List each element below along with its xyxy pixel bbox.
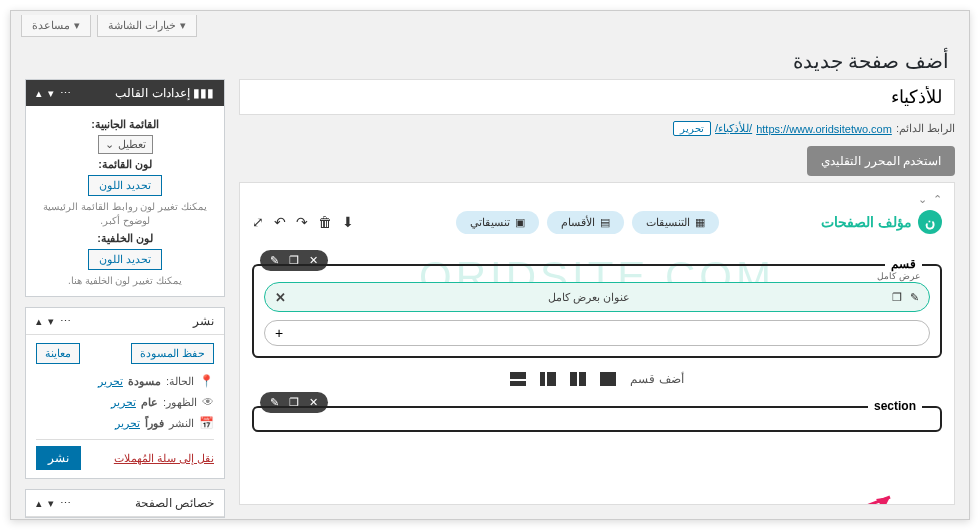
screen-options-tab[interactable]: خيارات الشاشة▾ bbox=[97, 15, 197, 37]
annotation-arrow bbox=[650, 485, 910, 505]
layout-sidebar-icon[interactable] bbox=[540, 372, 556, 386]
pill-my-formats[interactable]: ▣تنسيقاتي bbox=[456, 211, 539, 234]
row-full-width[interactable]: ✎ ❐ عنوان بعرض كامل ✕ bbox=[264, 282, 930, 312]
attrs-toggle-down-icon[interactable]: ▾ bbox=[48, 497, 54, 510]
box-move-icon[interactable]: ⋯ bbox=[60, 87, 71, 100]
box-toggle-down-icon[interactable]: ▾ bbox=[48, 87, 54, 100]
page-attributes-metabox: خصائص الصفحة ▴▾⋯ bbox=[25, 489, 225, 518]
page-title: أضف صفحة جديدة bbox=[11, 41, 969, 79]
visibility-edit-link[interactable]: تحرير bbox=[111, 396, 136, 409]
sidebar-menu-select[interactable]: تعطيل ⌄ bbox=[98, 135, 153, 154]
permalink-base[interactable]: https://www.oridsitetwo.com bbox=[756, 123, 892, 135]
permalink-edit-button[interactable]: تحرير bbox=[673, 121, 711, 136]
expand-icon[interactable]: ⌃ bbox=[933, 193, 942, 206]
permalink-row: الرابط الدائم: https://www.oridsitetwo.c… bbox=[239, 121, 955, 136]
move-to-trash-link[interactable]: نقل إلى سلة المُهملات bbox=[114, 452, 214, 465]
attrs-box-title: خصائص الصفحة bbox=[135, 496, 214, 510]
menu-color-hint: يمكنك تغيير لون روابط القائمة الرئيسية ل… bbox=[36, 200, 214, 228]
bg-color-label: لون الخلفية: bbox=[36, 232, 214, 245]
expand-arrows-icon[interactable]: ⤢ bbox=[252, 214, 264, 230]
add-row-button[interactable]: + bbox=[264, 320, 930, 346]
row-clone-icon[interactable]: ❐ bbox=[892, 291, 902, 304]
menu-color-label: لون القائمة: bbox=[36, 158, 214, 171]
menu-color-button[interactable]: تحديد اللون bbox=[88, 175, 162, 196]
save-draft-button[interactable]: حفظ المسودة bbox=[131, 343, 214, 364]
pub-toggle-down-icon[interactable]: ▾ bbox=[48, 315, 54, 328]
row-title-text: عنوان بعرض كامل bbox=[548, 291, 630, 304]
section-sublabel: عرض كامل bbox=[877, 271, 920, 281]
row-edit-icon[interactable]: ✎ bbox=[910, 291, 919, 304]
download-icon[interactable]: ⬇ bbox=[342, 214, 354, 230]
permalink-slug[interactable]: /للأذكياء/ bbox=[715, 122, 752, 135]
svg-rect-5 bbox=[510, 372, 526, 379]
add-section-row: أضف قسم bbox=[252, 372, 942, 386]
calendar-icon: 📅 bbox=[199, 416, 214, 430]
svg-rect-3 bbox=[540, 372, 545, 386]
section-label: قسم bbox=[885, 257, 922, 271]
schedule-edit-link[interactable]: تحرير bbox=[115, 417, 140, 430]
status-edit-link[interactable]: تحرير bbox=[98, 375, 123, 388]
svg-rect-0 bbox=[600, 372, 616, 386]
bg-color-button[interactable]: تحديد اللون bbox=[88, 249, 162, 270]
theme-settings-metabox: ▮▮▮ إعدادات القالب ▴▾⋯ القائمة الجانبية:… bbox=[25, 79, 225, 297]
box-toggle-up-icon[interactable]: ▴ bbox=[36, 87, 42, 100]
undo-icon[interactable]: ↶ bbox=[274, 214, 286, 230]
layout-custom-icon[interactable] bbox=[510, 372, 526, 386]
pub-toggle-up-icon[interactable]: ▴ bbox=[36, 315, 42, 328]
collapse-icon[interactable]: ⌄ bbox=[918, 193, 927, 206]
layout-1col-icon[interactable] bbox=[600, 372, 616, 386]
permalink-label: الرابط الدائم: bbox=[896, 122, 955, 135]
section2-label: section bbox=[868, 399, 922, 413]
pill-formats[interactable]: ▦التنسيقات bbox=[632, 211, 719, 234]
svg-marker-7 bbox=[876, 497, 890, 505]
svg-rect-6 bbox=[510, 381, 526, 386]
svg-rect-4 bbox=[547, 372, 556, 386]
pill-sections[interactable]: ▤الأقسام bbox=[547, 211, 624, 234]
svg-rect-2 bbox=[579, 372, 586, 386]
row-close-icon[interactable]: ✕ bbox=[275, 290, 286, 305]
brand-logo-icon: ن bbox=[918, 210, 942, 234]
sidebar-menu-label: القائمة الجانبية: bbox=[36, 118, 214, 131]
page-title-input[interactable] bbox=[239, 79, 955, 115]
publish-button[interactable]: نشر bbox=[36, 446, 81, 470]
eye-icon: 👁 bbox=[202, 395, 214, 409]
attrs-move-icon[interactable]: ⋯ bbox=[60, 497, 71, 510]
help-tab[interactable]: مساعدة▾ bbox=[21, 15, 91, 37]
attrs-toggle-up-icon[interactable]: ▴ bbox=[36, 497, 42, 510]
layout-2col-icon[interactable] bbox=[570, 372, 586, 386]
bg-color-hint: يمكنك تغيير لون الخلفية هنا. bbox=[36, 274, 214, 288]
trash-icon[interactable]: 🗑 bbox=[318, 214, 332, 230]
page-composer: ⌄ ⌃ ن مؤلف الصفحات ▦التنسيقات ▤الأقسام ▣… bbox=[239, 182, 955, 505]
add-section-label: أضف قسم bbox=[630, 372, 683, 386]
pin-icon: 📍 bbox=[199, 374, 214, 388]
publish-box-title: نشر bbox=[193, 314, 214, 328]
publish-metabox: نشر ▴▾⋯ حفظ المسودة معاينة 📍الحالة: مسود… bbox=[25, 307, 225, 479]
classic-editor-button[interactable]: استخدم المحرر التقليدي bbox=[807, 146, 955, 176]
redo-icon[interactable]: ↷ bbox=[296, 214, 308, 230]
svg-rect-1 bbox=[570, 372, 577, 386]
preview-button[interactable]: معاينة bbox=[36, 343, 80, 364]
theme-box-title: ▮▮▮ إعدادات القالب bbox=[115, 86, 214, 100]
composer-brand: ن مؤلف الصفحات bbox=[821, 210, 942, 234]
pub-move-icon[interactable]: ⋯ bbox=[60, 315, 71, 328]
